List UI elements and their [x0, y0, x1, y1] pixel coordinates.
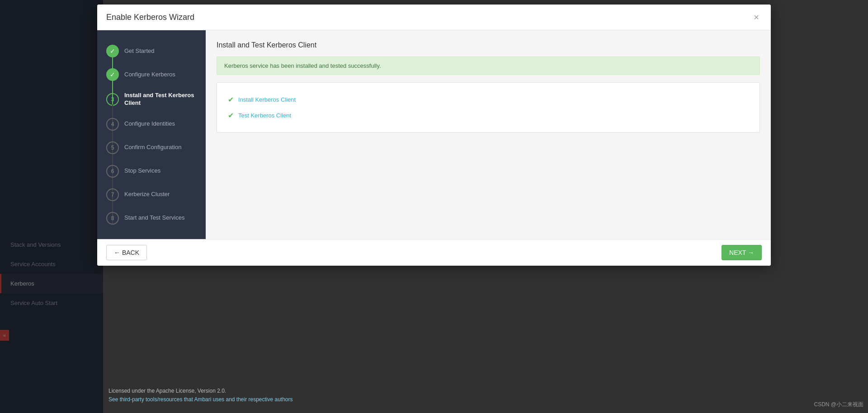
test-step-item: ✔ Test Kerberos Client [228, 108, 749, 123]
wizard-step-5-number: 5 [106, 141, 119, 154]
license-line1: Licensed under the Apache License, Versi… [108, 387, 293, 395]
wizard-step-5[interactable]: 5 Confirm Configuration [97, 136, 206, 160]
success-message: Kerberos service has been installed and … [224, 62, 381, 69]
wizard-step-4[interactable]: 4 Configure Identities [97, 113, 206, 136]
content-title: Install and Test Kerberos Client [217, 41, 760, 49]
install-step-item: ✔ Install Kerberos Client [228, 92, 749, 108]
wizard-step-8-number: 8 [106, 212, 119, 225]
modal-overlay: Enable Kerberos Wizard × ✓ Get Started ✓… [0, 0, 868, 413]
wizard-step-2[interactable]: ✓ Configure Kerberos [97, 63, 206, 86]
wizard-step-7-label: Kerberize Cluster [124, 191, 170, 198]
wizard-content-area: Install and Test Kerberos Client Kerbero… [206, 30, 771, 239]
wizard-step-2-label: Configure Kerberos [124, 71, 175, 79]
wizard-step-4-label: Configure Identities [124, 120, 175, 128]
modal-title: Enable Kerberos Wizard [106, 13, 194, 22]
steps-box: ✔ Install Kerberos Client ✔ Test Kerbero… [217, 82, 760, 133]
wizard-step-1[interactable]: ✓ Get Started [97, 39, 206, 63]
modal-header: Enable Kerberos Wizard × [97, 5, 771, 30]
wizard-step-3-number: 3 [106, 93, 119, 106]
wizard-step-5-label: Confirm Configuration [124, 144, 181, 151]
wizard-step-2-number: ✓ [106, 68, 119, 81]
wizard-step-7-number: 7 [106, 188, 119, 201]
wizard-step-4-number: 4 [106, 118, 119, 131]
test-check-icon: ✔ [228, 111, 234, 120]
wizard-step-8-label: Start and Test Services [124, 214, 184, 222]
license-line2: See third-party tools/resources that Amb… [108, 395, 293, 404]
wizard-step-7[interactable]: 7 Kerberize Cluster [97, 183, 206, 206]
watermark: CSDN @小二来视面 [814, 401, 863, 408]
modal-body: ✓ Get Started ✓ Configure Kerberos 3 Ins… [97, 30, 771, 239]
wizard-step-6[interactable]: 6 Stop Services [97, 160, 206, 183]
back-button[interactable]: ← BACK [106, 245, 147, 260]
wizard-step-6-number: 6 [106, 165, 119, 178]
modal-close-button[interactable]: × [751, 12, 762, 23]
modal-footer: ← BACK NEXT → [97, 239, 771, 266]
wizard-step-3[interactable]: 3 Install and Test Kerberos Client [97, 86, 206, 113]
success-banner: Kerberos service has been installed and … [217, 56, 760, 75]
license-footer: Licensed under the Apache License, Versi… [108, 387, 293, 404]
license-link[interactable]: See third-party tools/resources that Amb… [108, 396, 293, 403]
wizard-sidebar: ✓ Get Started ✓ Configure Kerberos 3 Ins… [97, 30, 206, 239]
wizard-modal: Enable Kerberos Wizard × ✓ Get Started ✓… [97, 5, 771, 266]
next-button[interactable]: NEXT → [722, 245, 762, 260]
wizard-step-8[interactable]: 8 Start and Test Services [97, 206, 206, 230]
wizard-step-1-label: Get Started [124, 47, 154, 55]
install-kerberos-link[interactable]: Install Kerberos Client [238, 96, 296, 103]
install-check-icon: ✔ [228, 95, 234, 104]
wizard-step-6-label: Stop Services [124, 167, 160, 175]
wizard-step-1-number: ✓ [106, 45, 119, 57]
wizard-step-3-label: Install and Test Kerberos Client [124, 92, 197, 107]
test-kerberos-link[interactable]: Test Kerberos Client [238, 112, 291, 119]
